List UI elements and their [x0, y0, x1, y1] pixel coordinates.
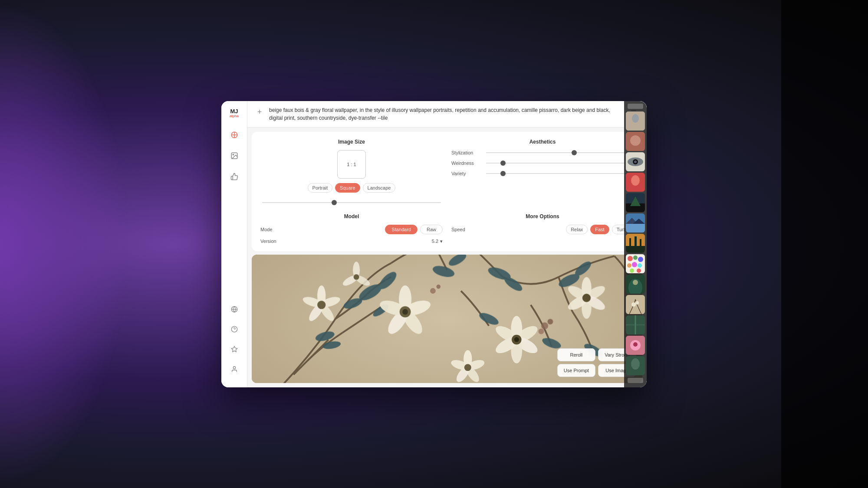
- landscape-button[interactable]: Landscape: [363, 183, 396, 193]
- help-icon-btn[interactable]: [227, 321, 242, 337]
- version-value: 5.2: [432, 239, 438, 244]
- profile-icon-btn[interactable]: [227, 361, 242, 377]
- image-size-title: Image Size: [260, 139, 443, 145]
- app-window: MJ alpha: [221, 101, 647, 387]
- stylization-row: Stylization: [451, 150, 634, 155]
- controls-panel: Image Size 1 : 1 Portrait Square Landsca…: [252, 132, 642, 251]
- svg-point-96: [638, 257, 643, 262]
- stylization-slider[interactable]: [486, 152, 634, 153]
- svg-rect-92: [640, 239, 641, 248]
- svg-point-101: [637, 269, 641, 273]
- svg-point-77: [630, 135, 641, 146]
- use-prompt-button[interactable]: Use Prompt: [557, 364, 595, 377]
- relax-speed-button[interactable]: Relax: [566, 225, 588, 234]
- svg-point-111: [633, 342, 638, 347]
- aesthetics-section: Aesthetics Stylization Weirdness Variety: [451, 139, 634, 205]
- svg-point-37: [402, 309, 408, 314]
- thumbnail-1[interactable]: [626, 111, 645, 131]
- standard-mode-button[interactable]: Standard: [385, 225, 418, 234]
- sidebar-bottom: [227, 301, 242, 381]
- thumbnail-11[interactable]: [626, 315, 645, 334]
- thumbnail-7[interactable]: [626, 234, 645, 253]
- svg-point-95: [633, 255, 638, 260]
- svg-point-100: [630, 269, 634, 273]
- scroll-indicator-bottom: [628, 378, 643, 383]
- image-size-section: Image Size 1 : 1 Portrait Square Landsca…: [260, 139, 443, 205]
- weirdness-label: Weirdness: [451, 160, 486, 166]
- add-prompt-button[interactable]: +: [254, 107, 265, 118]
- raw-mode-button[interactable]: Raw: [420, 225, 443, 234]
- svg-point-97: [627, 263, 631, 268]
- logo-mj: MJ: [230, 108, 238, 115]
- svg-point-71: [539, 328, 544, 334]
- svg-point-45: [514, 337, 519, 342]
- svg-point-81: [634, 160, 637, 163]
- mode-label: Mode: [260, 227, 286, 232]
- svg-point-106: [631, 302, 636, 307]
- thumbnail-3[interactable]: [626, 152, 645, 171]
- portrait-button[interactable]: Portrait: [308, 183, 332, 193]
- weirdness-row: Weirdness: [451, 160, 634, 166]
- svg-point-107: [635, 301, 639, 305]
- thumbnail-10[interactable]: [626, 295, 645, 314]
- sparkle-icon-btn[interactable]: [227, 341, 242, 357]
- main-content: + beige faux bois & gray floral wallpape…: [247, 101, 647, 387]
- variety-slider[interactable]: [486, 173, 634, 174]
- speed-row: Speed Relax Fast Turbo: [451, 225, 634, 234]
- thumbnail-strip: [624, 101, 647, 387]
- prompt-bar: + beige faux bois & gray floral wallpape…: [247, 101, 647, 128]
- thumbnail-13[interactable]: [626, 356, 645, 375]
- mode-buttons: Standard Raw: [385, 225, 443, 234]
- version-label: Version: [260, 239, 286, 244]
- thumbnail-8[interactable]: [626, 254, 645, 273]
- size-slider-container: [260, 197, 443, 205]
- thumbnail-6[interactable]: [626, 213, 645, 233]
- svg-point-68: [354, 274, 359, 280]
- svg-marker-9: [231, 346, 237, 352]
- mode-row: Mode Standard Raw: [260, 225, 443, 234]
- sidebar-item-home[interactable]: [227, 127, 242, 143]
- svg-point-58: [582, 294, 591, 302]
- fast-speed-button[interactable]: Fast: [590, 225, 609, 234]
- sidebar-item-likes[interactable]: [227, 169, 242, 184]
- orientation-buttons: Portrait Square Landscape: [260, 183, 443, 193]
- reroll-button[interactable]: Reroll: [557, 348, 595, 361]
- svg-point-69: [541, 322, 548, 329]
- svg-point-4: [233, 154, 233, 155]
- svg-point-51: [317, 301, 326, 309]
- more-options-section: More Options Speed Relax Fast Turbo: [451, 213, 634, 244]
- svg-point-99: [638, 263, 642, 268]
- svg-rect-91: [635, 236, 637, 248]
- more-options-title: More Options: [451, 213, 634, 219]
- sidebar-nav: [227, 127, 242, 301]
- svg-rect-87: [626, 224, 645, 233]
- thumbnail-4[interactable]: [626, 173, 645, 192]
- variety-row: Variety: [451, 171, 634, 176]
- svg-point-73: [437, 285, 441, 289]
- app-logo: MJ alpha: [230, 107, 239, 118]
- svg-point-98: [632, 262, 637, 267]
- sidebar: MJ alpha: [221, 101, 247, 387]
- model-title: Model: [260, 213, 443, 219]
- svg-point-64: [464, 364, 471, 371]
- thumbnail-5[interactable]: [626, 193, 645, 212]
- svg-rect-90: [629, 238, 631, 248]
- size-slider[interactable]: [262, 202, 441, 203]
- version-select[interactable]: 5.2 ▾: [432, 239, 443, 244]
- weirdness-slider[interactable]: [486, 163, 634, 164]
- speed-buttons: Relax Fast Turbo: [566, 225, 634, 234]
- version-row: Version 5.2 ▾: [260, 239, 443, 244]
- image-area: Reroll Vary Strong Use Prompt Use Image: [252, 255, 642, 383]
- aspect-ratio-box: 1 : 1: [337, 150, 366, 179]
- globe-icon-btn[interactable]: [227, 301, 242, 317]
- sidebar-item-image[interactable]: [227, 148, 242, 164]
- thumbnail-12[interactable]: [626, 336, 645, 355]
- thumbnail-2[interactable]: [626, 132, 645, 151]
- thumbnail-9[interactable]: [626, 275, 645, 294]
- svg-point-10: [233, 367, 235, 369]
- square-button[interactable]: Square: [335, 183, 360, 193]
- prompt-text[interactable]: beige faux bois & gray floral wallpaper,…: [269, 106, 623, 122]
- svg-point-83: [631, 175, 640, 186]
- svg-point-70: [547, 319, 553, 324]
- stylization-label: Stylization: [451, 150, 486, 155]
